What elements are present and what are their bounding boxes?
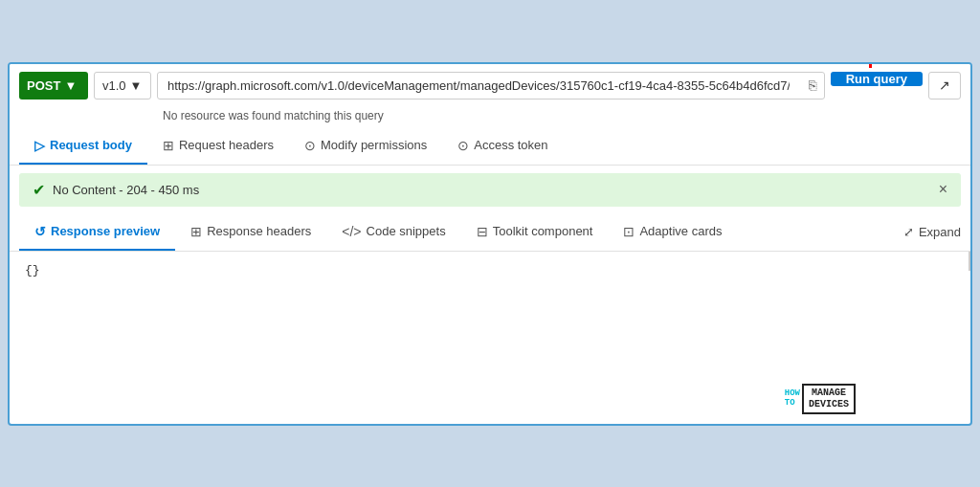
expand-button[interactable]: ⤢ Expand: [903, 215, 961, 249]
manage-devices-text: MANAGE DEVICES: [802, 384, 856, 414]
divider-line: [969, 252, 970, 271]
expand-label: Expand: [919, 225, 961, 239]
tab-modify-permissions-label: Modify permissions: [321, 138, 427, 152]
run-area: Run query: [831, 72, 923, 100]
url-input[interactable]: [158, 73, 824, 99]
url-input-wrapper: ⎘: [157, 72, 825, 100]
tab-adaptive-cards-label: Adaptive cards: [639, 224, 722, 238]
method-selector[interactable]: POST ▼: [19, 72, 88, 100]
how-to-text: HOW TO: [785, 389, 800, 409]
tab-response-preview[interactable]: ↺ Response preview: [19, 214, 175, 251]
tab-code-snippets-label: Code snippets: [367, 224, 446, 238]
tab-response-preview-label: Response preview: [51, 224, 160, 238]
modify-permissions-icon: ⊙: [304, 138, 316, 153]
tab-code-snippets[interactable]: </> Code snippets: [326, 214, 460, 251]
version-chevron-icon: ▼: [130, 78, 143, 93]
response-headers-icon: ⊞: [190, 224, 202, 239]
status-close-button[interactable]: ×: [939, 181, 947, 198]
response-content: {}: [25, 263, 40, 277]
method-label: POST: [27, 78, 60, 93]
arrow-shaft: [869, 62, 872, 68]
status-text: No Content - 204 - 450 ms: [53, 183, 199, 197]
version-selector[interactable]: v1.0 ▼: [94, 72, 151, 100]
version-label: v1.0: [102, 78, 126, 93]
code-snippets-icon: </>: [342, 224, 361, 239]
copy-icon[interactable]: ⎘: [809, 77, 816, 93]
tab-response-headers-label: Response headers: [207, 224, 311, 238]
adaptive-cards-icon: ⊡: [623, 224, 635, 239]
tab-toolkit-component[interactable]: ⊟ Toolkit component: [461, 214, 609, 251]
no-resource-message: No resource was found matching this quer…: [10, 107, 970, 128]
share-icon: ↗: [939, 77, 950, 93]
tab-access-token-label: Access token: [474, 138, 547, 152]
tab-response-headers[interactable]: ⊞ Response headers: [175, 214, 326, 251]
request-body-icon: ▷: [34, 138, 45, 153]
method-chevron-icon: ▼: [64, 78, 77, 93]
request-headers-icon: ⊞: [163, 138, 174, 153]
red-arrow-indicator: [863, 62, 877, 68]
tab-toolkit-component-label: Toolkit component: [493, 224, 593, 238]
tab-access-token[interactable]: ⊙ Access token: [442, 128, 563, 165]
response-body: {} HOW TO MANAGE DEVICES: [10, 252, 970, 424]
toolkit-component-icon: ⊟: [477, 224, 488, 239]
url-bar-row: POST ▼ v1.0 ▼ ⎘ Run query ↗: [10, 64, 970, 107]
tab-request-headers[interactable]: ⊞ Request headers: [147, 128, 289, 165]
response-preview-icon: ↺: [34, 224, 46, 239]
access-token-icon: ⊙: [457, 138, 469, 153]
tab-request-headers-label: Request headers: [179, 138, 274, 152]
tab-request-body-label: Request body: [50, 138, 132, 152]
watermark: HOW TO MANAGE DEVICES: [785, 384, 856, 414]
status-check-icon: ✔: [33, 181, 45, 199]
tab-adaptive-cards[interactable]: ⊡ Adaptive cards: [608, 214, 737, 251]
status-banner: ✔ No Content - 204 - 450 ms ×: [19, 173, 961, 207]
request-tabs-row: ▷ Request body ⊞ Request headers ⊙ Modif…: [10, 128, 970, 166]
expand-icon: ⤢: [903, 225, 914, 239]
tab-request-body[interactable]: ▷ Request body: [19, 128, 147, 165]
response-tabs-row: ↺ Response preview ⊞ Response headers </…: [10, 214, 970, 252]
tab-modify-permissions[interactable]: ⊙ Modify permissions: [289, 128, 442, 165]
run-query-button[interactable]: Run query: [831, 72, 923, 86]
share-button[interactable]: ↗: [928, 72, 961, 100]
